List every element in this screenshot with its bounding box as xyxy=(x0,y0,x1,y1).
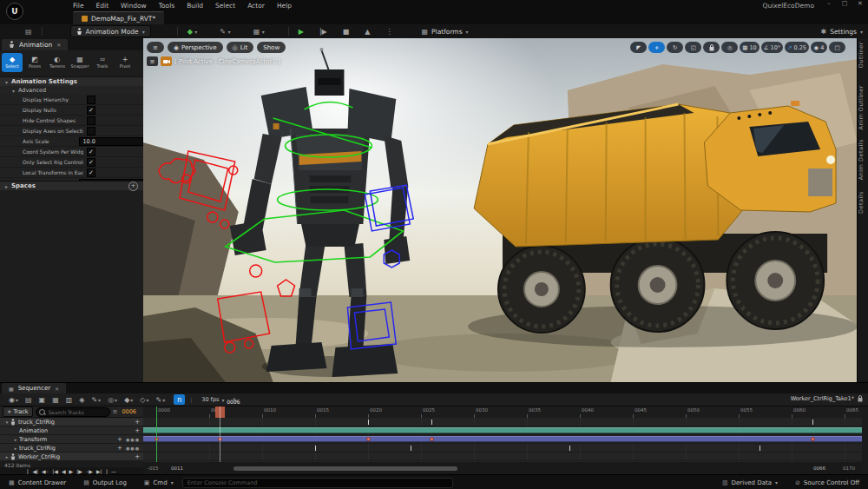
transport-control[interactable]: [ xyxy=(27,468,29,474)
transport-control[interactable]: — xyxy=(111,468,116,474)
expand-caret[interactable]: ▸ xyxy=(12,446,19,451)
sequence-browser-icon[interactable]: ◉▾ xyxy=(5,396,22,404)
keyframe[interactable] xyxy=(811,437,815,441)
create-camera-icon[interactable]: ▦ xyxy=(49,396,62,404)
timeline-row-transform[interactable] xyxy=(143,435,862,444)
animation-settings-header[interactable]: ▾Animation Settings xyxy=(0,76,143,86)
checkbox[interactable]: ✓ xyxy=(87,169,95,177)
pilot-menu-icon[interactable]: ≡ xyxy=(147,56,158,66)
transport-control[interactable]: ◀| xyxy=(32,468,38,474)
menu-help[interactable]: Help xyxy=(277,2,292,10)
rotate-tool-icon[interactable]: ↻ xyxy=(667,42,683,53)
transport-control[interactable]: |◀ xyxy=(52,468,58,474)
add-section-icon[interactable]: + xyxy=(117,445,126,452)
menu-select[interactable]: Select xyxy=(215,2,235,10)
snap-toggle[interactable]: n xyxy=(174,394,185,405)
timeline-row-truck_ctrlrig[interactable] xyxy=(143,444,862,453)
add-section-icon[interactable]: + xyxy=(135,427,143,434)
keyframe[interactable] xyxy=(760,446,760,451)
scale-tool-icon[interactable]: ◱ xyxy=(685,42,701,53)
animation-panel-tab[interactable]: Animation ✕ xyxy=(2,39,68,50)
right-tab-details[interactable]: Details xyxy=(858,191,868,214)
keyframe[interactable] xyxy=(315,446,316,451)
expand-caret[interactable]: ▾ xyxy=(3,420,10,425)
add-content-icon[interactable]: ◆ ▾ xyxy=(183,28,202,36)
sequencer-tab[interactable]: ▦ Sequencer ✕ xyxy=(2,383,66,393)
expand-caret[interactable]: ▸ xyxy=(12,437,19,442)
grid-snap-button[interactable]: ▦10 xyxy=(740,42,759,53)
add-space-icon[interactable]: + xyxy=(128,182,138,191)
keyframe[interactable] xyxy=(430,437,434,441)
playback-options-icon[interactable]: ✎▾ xyxy=(88,396,104,404)
advanced-section[interactable]: ▾Advanced xyxy=(0,86,143,95)
lock-viewport-icon[interactable] xyxy=(703,42,720,53)
timeline-ruler[interactable]: 0000000500100015002000250030003500400045… xyxy=(143,406,862,419)
scale-snap-button[interactable]: ↗0.25 xyxy=(785,42,809,53)
right-tab-outliner[interactable]: Outliner xyxy=(858,42,868,68)
add-section-icon[interactable]: + xyxy=(135,419,143,426)
track-truck_ctrlrig[interactable]: ▸truck_CtrlRig+●●● xyxy=(0,444,143,453)
playback-range-start[interactable]: 0011 xyxy=(171,466,183,471)
settings-dropdown[interactable]: ✱ Settings ▾ xyxy=(821,28,863,36)
unreal-logo-icon[interactable]: U xyxy=(6,3,23,20)
keyframe[interactable] xyxy=(366,437,371,441)
checkbox[interactable] xyxy=(87,96,95,104)
blueprints-icon[interactable]: ✎ ▾ xyxy=(215,28,234,36)
camera-icon[interactable] xyxy=(161,56,172,66)
track-transform[interactable]: ▸Transform+●●● xyxy=(0,435,143,444)
move-tool-icon[interactable]: + xyxy=(648,42,665,53)
allow-edits-icon[interactable]: ✎▾ xyxy=(152,396,168,404)
lit-mode-button[interactable]: ◎Lit xyxy=(227,42,254,53)
tool-tweens[interactable]: ◐Tweens xyxy=(47,53,68,72)
frame-skip-icon[interactable]: |▶ xyxy=(315,28,332,36)
source-control-button[interactable]: ⊘Source Control Off xyxy=(786,479,868,486)
auto-key-icon[interactable]: ◆▾ xyxy=(121,396,136,404)
editor-mode-dropdown[interactable]: Animation Mode ▾ xyxy=(70,25,151,37)
camera-speed-button[interactable]: ◉4 xyxy=(811,42,827,53)
section-bar[interactable] xyxy=(143,427,862,433)
tool-trails[interactable]: ≈Trails xyxy=(92,53,113,72)
add-section-icon[interactable]: + xyxy=(135,453,143,460)
sequence-breadcrumb[interactable]: Worker_CtrlRig_Take1* xyxy=(791,395,863,402)
menu-edit[interactable]: Edit xyxy=(96,2,109,10)
save-sequence-icon[interactable]: ▤ xyxy=(22,396,36,404)
number-field[interactable]: 10.0 xyxy=(79,137,143,146)
add-section-icon[interactable]: + xyxy=(117,436,126,443)
transport-control[interactable]: ◀ xyxy=(62,468,66,474)
track-worker_ctrlrig[interactable]: ▸Worker_CtrlRig+ xyxy=(0,453,143,461)
output-log-button[interactable]: ▤Output Log xyxy=(75,479,135,486)
play-options-icon[interactable]: ⋮ xyxy=(381,28,397,36)
keyframe[interactable] xyxy=(368,420,369,425)
add-track-button[interactable]: + Track xyxy=(3,406,33,417)
checkbox[interactable]: ✓ xyxy=(87,148,95,156)
close-button[interactable]: ✕ xyxy=(856,0,865,7)
transport-control[interactable]: ▶ xyxy=(69,468,74,474)
minimize-button[interactable]: – xyxy=(825,0,833,7)
track-options-icon[interactable]: ●●● xyxy=(126,437,143,442)
menu-window[interactable]: Window xyxy=(121,2,147,10)
maximize-button[interactable]: □ xyxy=(840,0,849,7)
surface-snap-icon[interactable]: ◎ xyxy=(721,42,738,53)
stop-icon[interactable]: ■ xyxy=(339,28,354,36)
transport-control[interactable]: ] xyxy=(106,468,108,474)
view-range-end[interactable]: 0170 xyxy=(843,466,855,471)
edit-mode-icon[interactable]: ◇▾ xyxy=(136,396,152,404)
cinematics-icon[interactable]: ▦ ▾ xyxy=(249,28,269,36)
playhead-line[interactable] xyxy=(220,406,220,462)
tool-pivot[interactable]: +Pivot xyxy=(115,53,135,72)
viewport[interactable]: ≡ ◉Perspective ◎Lit Show ≡ [ Pilot Activ… xyxy=(143,38,858,382)
spaces-header[interactable]: ▸Spaces + xyxy=(0,181,143,190)
menu-tools[interactable]: Tools xyxy=(159,2,174,10)
sequencer-actions-icon[interactable]: ◈ xyxy=(76,396,88,404)
transport-control[interactable]: ◀◦ xyxy=(42,468,49,474)
timeline-scrollbar[interactable] xyxy=(233,466,457,471)
close-tab-icon[interactable]: ✕ xyxy=(56,42,61,48)
platforms-dropdown[interactable]: ▦ Platforms ▾ xyxy=(416,26,473,36)
keyframe[interactable] xyxy=(812,420,813,425)
menu-actor[interactable]: Actor xyxy=(247,2,265,10)
sequencer-timeline[interactable]: 0000000500100015002000250030003500400045… xyxy=(143,406,862,475)
keyframe[interactable] xyxy=(411,446,411,451)
browse-sequence-icon[interactable]: ▣ xyxy=(36,396,49,404)
track-search[interactable] xyxy=(36,407,110,417)
checkbox[interactable]: ✓ xyxy=(87,106,95,115)
